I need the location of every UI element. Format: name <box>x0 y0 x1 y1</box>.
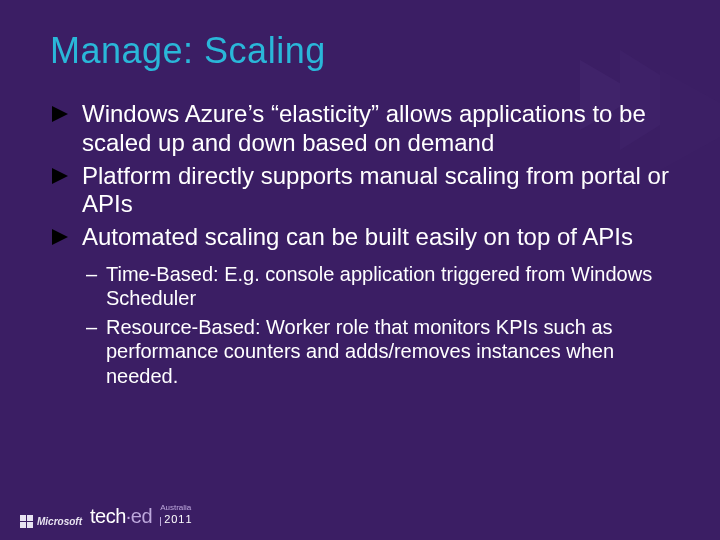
bullet-list: Windows Azure’s “elasticity” allows appl… <box>52 100 670 252</box>
region-label: Australia <box>160 504 192 513</box>
sub-bullet-item: Resource-Based: Worker role that monitor… <box>86 315 670 388</box>
footer-branding: Microsoft tech·ed Australia 2011 <box>20 504 193 528</box>
sub-bullet-item: Time-Based: E.g. console application tri… <box>86 262 670 311</box>
divider-bar <box>160 517 161 526</box>
year-label: 2011 <box>164 513 192 525</box>
microsoft-grid-icon <box>20 515 33 528</box>
slide: Manage: Scaling Windows Azure’s “elastic… <box>0 0 720 540</box>
slide-title: Manage: Scaling <box>50 30 670 72</box>
teched-logo: tech·ed <box>90 505 152 528</box>
microsoft-logo: Microsoft <box>20 515 82 528</box>
teched-tech: tech <box>90 505 126 527</box>
bullet-item: Automated scaling can be built easily on… <box>52 223 670 252</box>
sub-bullet-list: Time-Based: E.g. console application tri… <box>86 262 670 388</box>
bullet-item: Platform directly supports manual scalin… <box>52 162 670 220</box>
bullet-item: Windows Azure’s “elasticity” allows appl… <box>52 100 670 158</box>
microsoft-label: Microsoft <box>37 516 82 527</box>
region-year: Australia 2011 <box>160 504 192 528</box>
teched-ed: ·ed <box>126 505 152 527</box>
